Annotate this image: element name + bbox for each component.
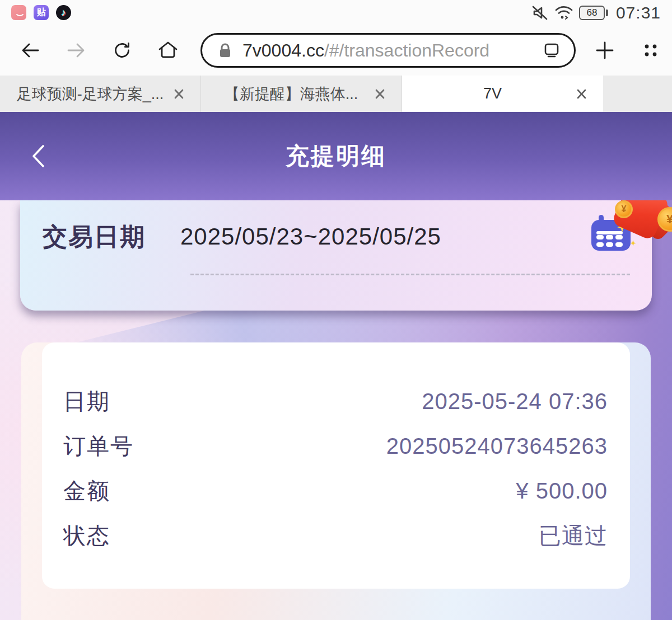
tab-bar-filler: [603, 76, 672, 112]
tab-close-icon[interactable]: [171, 87, 186, 101]
record-row-order: 订单号 20250524073645263: [63, 424, 608, 468]
calendar-icon[interactable]: [591, 215, 631, 251]
status-bar: 贴 ♪ 68 07:31: [0, 0, 672, 25]
url-text: 7v0004.cc/#/transactionRecord: [242, 40, 489, 61]
appgallery-icon: [11, 5, 26, 20]
row-value: ¥ 500.00: [516, 478, 608, 504]
battery-icon: 68: [579, 6, 608, 20]
row-label: 状态: [63, 520, 110, 551]
tieba-icon: 贴: [34, 5, 49, 20]
mute-icon: [531, 4, 549, 22]
new-tab-button[interactable]: [594, 39, 616, 62]
record-row-amount: 金额 ¥ 500.00: [63, 468, 608, 513]
row-label: 日期: [63, 386, 110, 417]
tab-close-icon[interactable]: [372, 87, 387, 101]
plus-icon: [594, 40, 615, 61]
record-detail-card: 日期 2025-05-24 07:36 订单号 2025052407364526…: [42, 342, 630, 589]
row-label: 金额: [63, 476, 110, 506]
browser-window: 贴 ♪ 68 07:31: [0, 0, 672, 620]
date-filter-card: 交易日期 2025/05/23~2025/05/25: [20, 200, 652, 311]
forward-button[interactable]: [65, 39, 87, 62]
page-content: 交易日期 2025/05/23~2025/05/25: [0, 200, 672, 620]
home-button[interactable]: [157, 39, 179, 62]
record-row-date: 日期 2025-05-24 07:36: [63, 379, 608, 424]
desktop-mode-icon[interactable]: [542, 41, 562, 60]
menu-dots-icon: [641, 40, 661, 60]
status-indicators: 68 07:31: [531, 3, 661, 22]
url-path: /#/transactionRecord: [324, 40, 489, 60]
browser-toolbar: 7v0004.cc/#/transactionRecord: [0, 25, 672, 76]
tab-label: 7V: [417, 85, 568, 102]
clock-time: 07:31: [616, 3, 661, 22]
row-label: 订单号: [63, 431, 134, 462]
chevron-left-icon: [30, 144, 46, 168]
page-back-button[interactable]: [26, 142, 50, 171]
status-value: 已通过: [539, 520, 608, 551]
status-app-icons: 贴 ♪: [11, 5, 71, 20]
record-row-status: 状态 已通过: [63, 513, 608, 558]
record-card: 日期 2025-05-24 07:36 订单号 2025052407364526…: [21, 342, 651, 620]
row-value: 20250524073645263: [386, 434, 608, 459]
gold-coin-icon: ¥: [657, 207, 672, 232]
tab-bar: 足球预测-足球方案_... 【新提醒】海燕体... 7V: [0, 76, 672, 112]
douyin-icon: ♪: [56, 5, 71, 20]
url-host: 7v0004.cc: [242, 40, 324, 60]
transaction-date-label: 交易日期: [43, 220, 146, 253]
tab-label: 足球预测-足球方案_...: [15, 84, 166, 104]
wifi-icon: [554, 4, 573, 21]
refresh-button[interactable]: [111, 39, 133, 62]
tab-football[interactable]: 足球预测-足球方案_...: [0, 76, 201, 112]
tab-label: 【新提醒】海燕体...: [216, 84, 367, 104]
tab-7v-active[interactable]: 7V: [402, 76, 603, 112]
row-value: 2025-05-24 07:36: [422, 389, 608, 414]
home-icon: [157, 40, 179, 61]
page-header: 充提明细: [0, 112, 672, 200]
page-title: 充提明细: [286, 140, 386, 172]
menu-button[interactable]: [640, 39, 662, 62]
forward-icon: [66, 40, 87, 60]
lock-icon: [218, 42, 232, 59]
back-button[interactable]: [19, 39, 41, 62]
tab-close-icon[interactable]: [574, 87, 589, 101]
url-bar[interactable]: 7v0004.cc/#/transactionRecord: [200, 33, 576, 68]
dashed-divider: [190, 274, 630, 275]
back-icon: [20, 40, 41, 60]
refresh-icon: [111, 40, 133, 61]
battery-percent: 68: [586, 7, 597, 18]
tab-notice[interactable]: 【新提醒】海燕体...: [201, 76, 402, 112]
date-range-value[interactable]: 2025/05/23~2025/05/25: [180, 223, 441, 250]
